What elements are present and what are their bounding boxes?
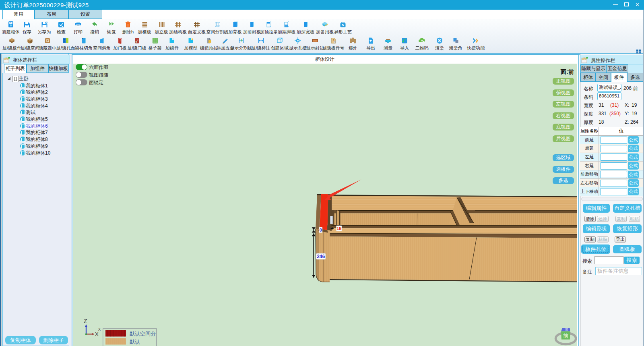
svg-text:顶: 顶	[565, 328, 568, 331]
svg-text:默认空间分: 默认空间分	[130, 331, 156, 337]
svg-text:0: 0	[320, 228, 322, 232]
svg-text:18: 18	[336, 226, 341, 231]
svg-text:x: x	[98, 326, 101, 332]
svg-text:前: 前	[563, 333, 568, 339]
svg-text:Z: Z	[84, 318, 87, 324]
svg-text:X: X	[95, 331, 99, 337]
svg-text:246: 246	[317, 254, 325, 259]
svg-text:默认: 默认	[130, 339, 140, 345]
